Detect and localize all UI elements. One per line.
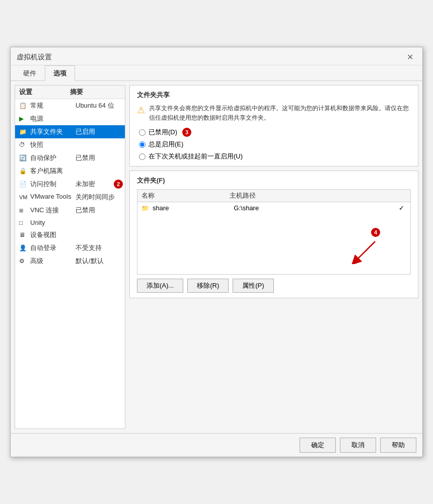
settings-item-device-view[interactable]: 🖥 设备视图 — [15, 228, 125, 241]
settings-item-shared-folder[interactable]: 📁 共享文件夹 已启用 — [15, 125, 125, 138]
settings-col-header: 设置 — [19, 88, 70, 97]
snapshot-value — [76, 140, 121, 149]
device-view-value — [76, 230, 121, 239]
snapshot-label: 快照 — [30, 140, 76, 149]
radio-disabled-label: 已禁用(D) — [149, 128, 177, 137]
autosave-label: 自动保护 — [30, 153, 76, 162]
summary-col-header: 摘要 — [70, 88, 121, 97]
general-label: 常规 — [30, 101, 76, 110]
dialog-title: 虚拟机设置 — [17, 53, 52, 62]
access-control-icon: 📄 — [19, 180, 28, 189]
autologin-icon: 👤 — [19, 243, 28, 253]
radio-always-enable-label: 总是启用(E) — [149, 140, 183, 149]
radio-disabled-input[interactable] — [139, 129, 146, 136]
autologin-value: 不受支持 — [76, 243, 121, 253]
annotation-badge-3: 3 — [182, 128, 191, 137]
advanced-value: 默认/默认 — [76, 257, 121, 266]
settings-item-snapshot[interactable]: ⏱ 快照 — [15, 138, 125, 151]
annotation-arrow-4 — [350, 239, 380, 264]
shared-folder-section: 文件夹共享 ⚠ 共享文件夹会将您的文件显示给虚拟机中的程序。这可能为您的计算机和… — [129, 85, 418, 166]
settings-item-general[interactable]: 📋 常规 Ubuntu 64 位 — [15, 99, 125, 112]
access-control-label: 访问控制 — [30, 180, 76, 189]
right-panel: 文件夹共享 ⚠ 共享文件夹会将您的文件显示给虚拟机中的程序。这可能为您的计算机和… — [129, 85, 418, 429]
power-label: 电源 — [30, 114, 76, 123]
ok-button[interactable]: 确定 — [300, 438, 336, 453]
device-view-icon: 🖥 — [19, 230, 28, 239]
snapshot-icon: ⏱ — [19, 140, 28, 149]
title-bar: 虚拟机设置 ✕ — [11, 47, 422, 65]
settings-item-vnc[interactable]: ⊞ VNC 连接 已禁用 — [15, 204, 125, 217]
folder-empty-area: 4 — [137, 214, 410, 274]
vm-settings-dialog: 虚拟机设置 ✕ 硬件 选项 设置 摘要 📋 常规 Ubuntu 64 位 ▶ 电… — [10, 47, 423, 457]
tabs-bar: 硬件 选项 — [11, 65, 422, 81]
autologin-label: 自动登录 — [30, 243, 76, 253]
vmware-tools-value: 关闭时间同步 — [76, 193, 121, 202]
shared-folder-icon: 📁 — [19, 127, 28, 136]
left-panel: 设置 摘要 📋 常规 Ubuntu 64 位 ▶ 电源 📁 共享文件夹 已启用 … — [15, 85, 125, 429]
radio-until-shutdown[interactable]: 在下次关机或挂起前一直启用(U) — [139, 152, 411, 161]
folder-section: 文件夹(F) 名称 主机路径 📁 share G:\share ✓ — [129, 171, 418, 298]
annotation-badge-2: 2 — [114, 180, 123, 189]
general-value: Ubuntu 64 位 — [76, 101, 121, 110]
vmware-tools-icon: VM — [19, 193, 28, 202]
add-button[interactable]: 添加(A)... — [137, 279, 183, 293]
warning-text: 共享文件夹会将您的文件显示给虚拟机中的程序。这可能为您的计算机和数据带来风险。请… — [149, 104, 411, 123]
folder-col-name-header: 名称 — [141, 191, 230, 200]
bottom-bar: 确定 取消 帮助 — [11, 433, 422, 457]
isolation-label: 客户机隔离 — [30, 166, 76, 176]
radio-until-shutdown-label: 在下次关机或挂起前一直启用(U) — [149, 152, 243, 161]
autosave-icon: 🔄 — [19, 153, 28, 162]
folder-table: 名称 主机路径 📁 share G:\share ✓ 4 — [137, 189, 411, 275]
settings-item-autologin[interactable]: 👤 自动登录 不受支持 — [15, 241, 125, 255]
folder-table-header: 名称 主机路径 — [137, 190, 410, 202]
autosave-value: 已禁用 — [76, 153, 121, 162]
vmware-tools-label: VMware Tools — [30, 193, 76, 202]
unity-icon: □ — [19, 219, 28, 226]
radio-always-enable[interactable]: 总是启用(E) — [139, 140, 411, 149]
settings-item-access-control[interactable]: 📄 访问控制 未加密 2 — [15, 178, 125, 191]
advanced-label: 高级 — [30, 257, 76, 266]
annotation-4-area: 4 — [350, 228, 380, 264]
general-icon: 📋 — [19, 101, 28, 110]
folder-row[interactable]: 📁 share G:\share ✓ — [137, 202, 410, 214]
radio-disabled[interactable]: 已禁用(D) 3 — [139, 128, 411, 137]
cancel-button[interactable]: 取消 — [340, 438, 376, 453]
close-button[interactable]: ✕ — [404, 51, 416, 63]
remove-button[interactable]: 移除(R) — [187, 279, 229, 293]
folder-row-icon: 📁 — [141, 205, 151, 212]
help-button[interactable]: 帮助 — [380, 438, 416, 453]
power-value — [76, 114, 121, 123]
warning-icon: ⚠ — [137, 105, 145, 123]
settings-item-vmware-tools[interactable]: VM VMware Tools 关闭时间同步 — [15, 191, 125, 204]
settings-item-advanced[interactable]: ⚙ 高级 默认/默认 — [15, 255, 125, 268]
vnc-icon: ⊞ — [19, 206, 28, 215]
vnc-label: VNC 连接 — [30, 206, 76, 215]
radio-until-shutdown-input[interactable] — [139, 153, 146, 160]
power-icon: ▶ — [19, 114, 28, 123]
properties-button[interactable]: 属性(P) — [233, 279, 273, 293]
device-view-label: 设备视图 — [30, 230, 76, 239]
warning-row: ⚠ 共享文件夹会将您的文件显示给虚拟机中的程序。这可能为您的计算机和数据带来风险… — [137, 104, 411, 123]
settings-item-power[interactable]: ▶ 电源 — [15, 112, 125, 125]
folder-col-path-header: 主机路径 — [230, 191, 406, 200]
folder-buttons: 添加(A)... 移除(R) 属性(P) — [137, 279, 411, 293]
radio-always-enable-input[interactable] — [139, 141, 146, 148]
advanced-icon: ⚙ — [19, 257, 28, 266]
isolation-value — [76, 166, 121, 176]
folder-section-title: 文件夹(F) — [137, 176, 411, 185]
tab-options[interactable]: 选项 — [45, 65, 75, 81]
settings-item-unity[interactable]: □ Unity — [15, 217, 125, 228]
shared-folder-section-title: 文件夹共享 — [137, 91, 411, 100]
settings-item-isolation[interactable]: 🔒 客户机隔离 — [15, 164, 125, 178]
vnc-value: 已禁用 — [76, 206, 121, 215]
folder-row-name: share — [153, 204, 234, 212]
content-area: 设置 摘要 📋 常规 Ubuntu 64 位 ▶ 电源 📁 共享文件夹 已启用 … — [11, 81, 422, 433]
isolation-icon: 🔒 — [19, 166, 28, 176]
annotation-badge-4: 4 — [371, 228, 380, 237]
settings-item-autosave[interactable]: 🔄 自动保护 已禁用 — [15, 151, 125, 164]
radio-group: 已禁用(D) 3 总是启用(E) 在下次关机或挂起前一直启用(U) — [137, 128, 411, 161]
unity-label: Unity — [30, 219, 76, 226]
settings-header: 设置 摘要 — [15, 86, 125, 99]
shared-folder-label: 共享文件夹 — [30, 127, 76, 136]
tab-hardware[interactable]: 硬件 — [15, 65, 45, 81]
